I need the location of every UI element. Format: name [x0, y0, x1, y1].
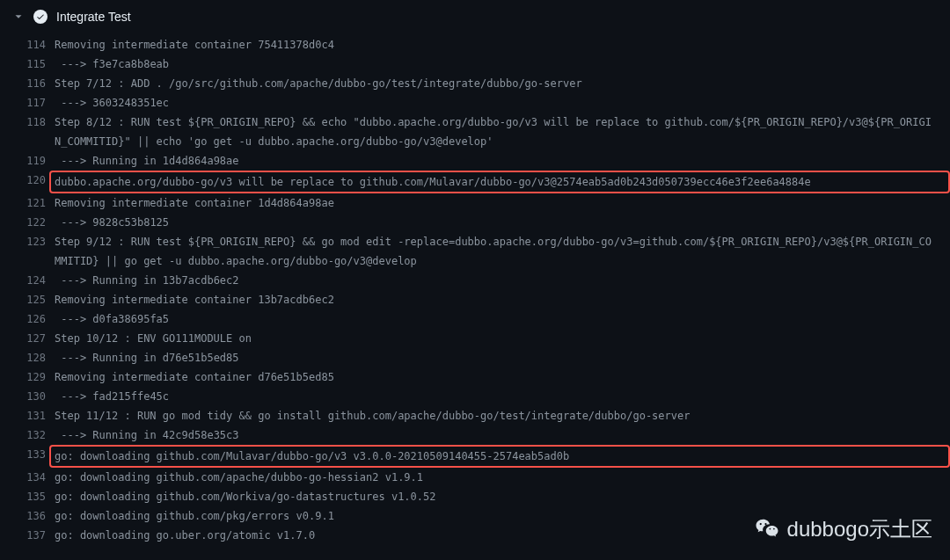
line-number: 128	[25, 348, 55, 367]
line-content: go: downloading github.com/Mulavar/dubbo…	[49, 445, 950, 468]
line-content: Step 8/12 : RUN test ${PR_ORIGIN_REPO} &…	[55, 113, 950, 151]
line-content: Step 9/12 : RUN test ${PR_ORIGIN_REPO} &…	[55, 232, 950, 271]
line-content: ---> d0fa38695fa5	[55, 309, 950, 329]
log-section-header[interactable]: Integrate Test	[0, 0, 950, 33]
line-number: 122	[25, 213, 55, 232]
line-number: 119	[25, 151, 55, 171]
line-number: 118	[25, 113, 55, 132]
line-number: 123	[25, 232, 55, 251]
log-line[interactable]: 135go: downloading github.com/Workiva/go…	[25, 487, 950, 506]
log-line[interactable]: 133go: downloading github.com/Mulavar/du…	[25, 445, 950, 468]
log-line[interactable]: 123Step 9/12 : RUN test ${PR_ORIGIN_REPO…	[25, 232, 950, 271]
line-content: ---> 3603248351ec	[55, 93, 950, 113]
log-line[interactable]: 127Step 10/12 : ENV GO111MODULE on	[25, 329, 950, 348]
watermark: dubbogo示土区	[754, 516, 932, 542]
line-number: 136	[25, 506, 55, 526]
watermark-text: dubbogo示土区	[787, 520, 932, 539]
line-number: 126	[25, 309, 55, 329]
line-content: Removing intermediate container d76e51b5…	[55, 367, 950, 387]
line-content: ---> Running in 13b7acdb6ec2	[55, 271, 950, 290]
log-line[interactable]: 120dubbo.apache.org/dubbo-go/v3 will be …	[25, 171, 950, 193]
log-line[interactable]: 122 ---> 9828c53b8125	[25, 213, 950, 232]
line-content: ---> fad215ffe45c	[55, 387, 950, 406]
log-line[interactable]: 126 ---> d0fa38695fa5	[25, 309, 950, 329]
line-content: dubbo.apache.org/dubbo-go/v3 will be rep…	[49, 171, 950, 193]
log-line[interactable]: 115 ---> f3e7ca8b8eab	[25, 55, 950, 74]
line-content: ---> f3e7ca8b8eab	[55, 55, 950, 74]
line-content: Step 10/12 : ENV GO111MODULE on	[55, 329, 950, 348]
line-content: Step 11/12 : RUN go mod tidy && go insta…	[55, 406, 950, 425]
line-number: 121	[25, 193, 55, 213]
line-number: 117	[25, 93, 55, 113]
line-number: 114	[25, 35, 55, 55]
log-line[interactable]: 124 ---> Running in 13b7acdb6ec2	[25, 271, 950, 290]
line-number: 131	[25, 406, 55, 425]
line-number: 127	[25, 329, 55, 348]
log-line[interactable]: 128 ---> Running in d76e51b5ed85	[25, 348, 950, 367]
log-line[interactable]: 117 ---> 3603248351ec	[25, 93, 950, 113]
line-number: 137	[25, 526, 55, 545]
log-line[interactable]: 118Step 8/12 : RUN test ${PR_ORIGIN_REPO…	[25, 113, 950, 151]
log-line[interactable]: 116Step 7/12 : ADD . /go/src/github.com/…	[25, 74, 950, 93]
line-content: go: downloading github.com/Workiva/go-da…	[55, 487, 950, 506]
line-content: Step 7/12 : ADD . /go/src/github.com/apa…	[55, 74, 950, 93]
line-number: 115	[25, 55, 55, 74]
log-line[interactable]: 132 ---> Running in 42c9d58e35c3	[25, 425, 950, 445]
line-number: 134	[25, 468, 55, 487]
line-content: ---> Running in 1d4d864a98ae	[55, 151, 950, 171]
log-line[interactable]: 129Removing intermediate container d76e5…	[25, 367, 950, 387]
log-line[interactable]: 114Removing intermediate container 75411…	[25, 35, 950, 55]
line-number: 124	[25, 271, 55, 290]
log-line[interactable]: 130 ---> fad215ffe45c	[25, 387, 950, 406]
line-content: Removing intermediate container 75411378…	[55, 35, 950, 55]
line-number: 125	[25, 290, 55, 309]
line-content: Removing intermediate container 1d4d864a…	[55, 193, 950, 213]
line-content: go: downloading github.com/apache/dubbo-…	[55, 468, 950, 487]
section-title: Integrate Test	[56, 7, 131, 26]
check-circle-icon	[33, 10, 48, 24]
log-output: 114Removing intermediate container 75411…	[0, 33, 950, 545]
line-number: 132	[25, 425, 55, 445]
line-number: 130	[25, 387, 55, 406]
log-line[interactable]: 134go: downloading github.com/apache/dub…	[25, 468, 950, 487]
wechat-icon	[754, 516, 780, 542]
chevron-down-icon[interactable]	[12, 11, 25, 23]
log-line[interactable]: 121Removing intermediate container 1d4d8…	[25, 193, 950, 213]
line-number: 135	[25, 487, 55, 506]
log-line[interactable]: 125Removing intermediate container 13b7a…	[25, 290, 950, 309]
line-number: 129	[25, 367, 55, 387]
log-line[interactable]: 119 ---> Running in 1d4d864a98ae	[25, 151, 950, 171]
line-content: Removing intermediate container 13b7acdb…	[55, 290, 950, 309]
line-content: ---> Running in d76e51b5ed85	[55, 348, 950, 367]
log-line[interactable]: 131Step 11/12 : RUN go mod tidy && go in…	[25, 406, 950, 425]
line-content: ---> Running in 42c9d58e35c3	[55, 425, 950, 445]
line-number: 116	[25, 74, 55, 93]
line-content: ---> 9828c53b8125	[55, 213, 950, 232]
